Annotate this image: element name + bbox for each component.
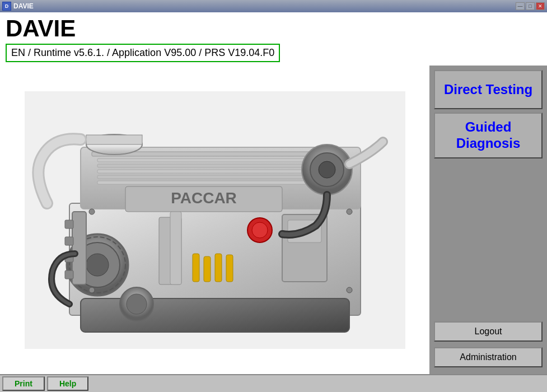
svg-point-33 <box>89 287 95 293</box>
svg-rect-27 <box>193 254 199 282</box>
app-window: DAVIE EN / Runtime v5.6.1. / Application… <box>0 12 547 392</box>
logout-label: Logout <box>475 326 502 337</box>
main-content: PACCAR <box>0 66 547 374</box>
svg-rect-8 <box>97 164 333 167</box>
svg-rect-37 <box>65 237 73 245</box>
svg-rect-13 <box>86 135 142 144</box>
svg-point-16 <box>319 161 335 178</box>
app-icon: D <box>2 2 11 11</box>
version-text: EN / Runtime v5.6.1. / Application V95.0… <box>11 47 274 58</box>
header: DAVIE EN / Runtime v5.6.1. / Application… <box>0 12 547 66</box>
spacer <box>434 162 543 318</box>
title-bar: D DAVIE — □ ✕ <box>0 0 547 12</box>
title-bar-text: DAVIE <box>13 2 34 10</box>
svg-point-32 <box>347 209 352 214</box>
help-label: Help <box>59 379 76 388</box>
right-panel: Direct Testing Guided Diagnosis Logout A… <box>429 66 547 374</box>
logout-button[interactable]: Logout <box>434 321 543 342</box>
svg-rect-11 <box>97 181 333 184</box>
engine-image: PACCAR <box>25 91 405 349</box>
svg-rect-7 <box>97 158 333 162</box>
administration-button[interactable]: Administration <box>434 347 543 367</box>
minimize-button[interactable]: — <box>516 2 525 10</box>
svg-point-34 <box>347 287 352 293</box>
close-button[interactable]: ✕ <box>536 2 545 10</box>
direct-testing-label: Direct Testing <box>444 82 532 98</box>
svg-point-19 <box>86 254 109 276</box>
svg-point-26 <box>252 222 268 238</box>
svg-rect-41 <box>170 212 181 284</box>
svg-rect-29 <box>215 254 222 282</box>
svg-rect-30 <box>226 255 233 282</box>
svg-text:PACCAR: PACCAR <box>171 189 237 207</box>
maximize-button[interactable]: □ <box>526 2 535 10</box>
svg-point-22 <box>127 294 147 314</box>
guided-diagnosis-button[interactable]: Guided Diagnosis <box>434 113 543 158</box>
engine-area: PACCAR <box>0 66 429 374</box>
version-bar: EN / Runtime v5.6.1. / Application V95.0… <box>6 44 280 62</box>
guided-diagnosis-label: Guided Diagnosis <box>440 119 537 152</box>
administration-label: Administration <box>460 352 516 362</box>
svg-rect-10 <box>97 175 333 179</box>
bottom-toolbar: Print Help <box>0 374 547 392</box>
title-bar-controls[interactable]: — □ ✕ <box>516 2 545 10</box>
direct-testing-button[interactable]: Direct Testing <box>434 70 543 109</box>
svg-point-31 <box>89 209 95 214</box>
svg-rect-36 <box>65 220 73 228</box>
app-title: DAVIE <box>6 17 541 40</box>
svg-rect-35 <box>72 212 86 284</box>
svg-rect-9 <box>97 170 333 173</box>
print-button[interactable]: Print <box>2 376 45 391</box>
svg-rect-28 <box>204 256 211 282</box>
print-label: Print <box>15 379 32 388</box>
svg-rect-39 <box>65 270 73 279</box>
title-bar-left: D DAVIE <box>2 2 34 11</box>
help-button[interactable]: Help <box>47 376 88 391</box>
